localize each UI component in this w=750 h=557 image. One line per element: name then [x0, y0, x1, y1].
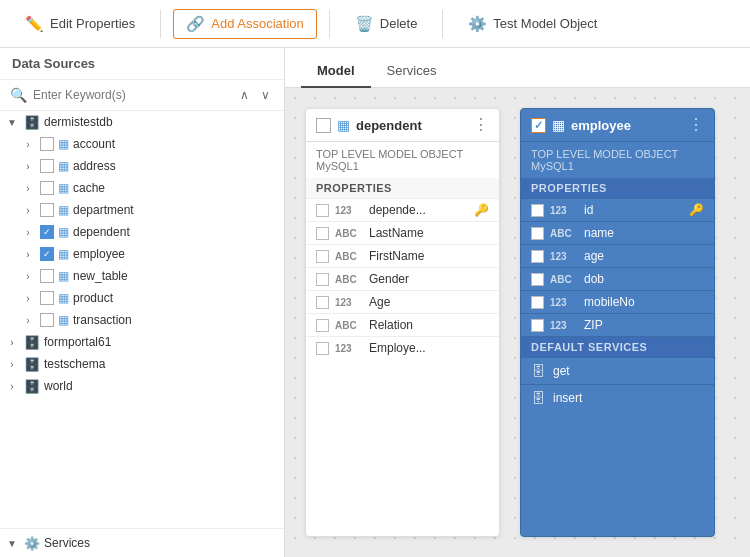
db-icon-formportal: 🗄️ [24, 335, 40, 350]
expand-address[interactable]: › [20, 158, 36, 174]
checkbox-transaction[interactable] [40, 313, 54, 327]
tree-area: ▼ 🗄️ dermistestdb › ▦ account › ▦ [0, 111, 284, 528]
employee-service-insert[interactable]: 🗄 insert [521, 384, 714, 411]
employee-meta: TOP LEVEL MODEL OBJECT MySQL1 [521, 142, 714, 178]
employee-prop-5: 123 ZIP [521, 313, 714, 336]
tree-item-department[interactable]: › ▦ department [0, 199, 284, 221]
employee-prop-3: ABC dob [521, 267, 714, 290]
expand-world[interactable]: › [4, 378, 20, 394]
tree-item-services-bottom[interactable]: ▼ ⚙️ Services [0, 528, 284, 557]
employee-prop-0: 123 id 🔑 [521, 198, 714, 221]
prop-cb-1[interactable] [316, 227, 329, 240]
checkbox-new-table[interactable] [40, 269, 54, 283]
search-input[interactable] [33, 88, 230, 102]
expand-department[interactable]: › [20, 202, 36, 218]
main-layout: Data Sources 🔍 ∧ ∨ ▼ 🗄️ dermistestdb › [0, 48, 750, 557]
tree-item-address[interactable]: › ▦ address [0, 155, 284, 177]
dependent-checkbox[interactable] [316, 118, 331, 133]
dependent-prop-4: 123 Age [306, 290, 499, 313]
employee-prop-2: 123 age [521, 244, 714, 267]
tree-item-account[interactable]: › ▦ account [0, 133, 284, 155]
table-icon-department: ▦ [58, 203, 69, 217]
table-icon-new-table: ▦ [58, 269, 69, 283]
employee-service-get[interactable]: 🗄 get [521, 357, 714, 384]
dependent-meta: TOP LEVEL MODEL OBJECT MySQL1 [306, 142, 499, 178]
search-up-button[interactable]: ∧ [236, 86, 253, 104]
employee-prop-1: ABC name [521, 221, 714, 244]
delete-button[interactable]: 🗑️ Delete [342, 9, 431, 39]
prop-cb-4[interactable] [316, 296, 329, 309]
prop-cb-2[interactable] [316, 250, 329, 263]
checkbox-dependent[interactable]: ✓ [40, 225, 54, 239]
edit-properties-button[interactable]: ✏️ Edit Properties [12, 9, 148, 39]
prop-cb-3[interactable] [316, 273, 329, 286]
emp-prop-cb-5[interactable] [531, 319, 544, 332]
checkbox-cache[interactable] [40, 181, 54, 195]
insert-service-icon: 🗄 [531, 390, 545, 406]
dependent-prop-5: ABC Relation [306, 313, 499, 336]
emp-prop-cb-1[interactable] [531, 227, 544, 240]
expand-testschema[interactable]: › [4, 356, 20, 372]
expand-cache[interactable]: › [20, 180, 36, 196]
tree-item-cache[interactable]: › ▦ cache [0, 177, 284, 199]
dependent-prop-3: ABC Gender [306, 267, 499, 290]
search-down-button[interactable]: ∨ [257, 86, 274, 104]
employee-services-title: DEFAULT SERVICES [521, 336, 714, 357]
tree-item-testschema[interactable]: › 🗄️ testschema [0, 353, 284, 375]
divider-3 [442, 10, 443, 38]
checkbox-account[interactable] [40, 137, 54, 151]
tree-item-product[interactable]: › ▦ product [0, 287, 284, 309]
tab-services[interactable]: Services [371, 55, 453, 88]
divider-2 [329, 10, 330, 38]
expand-dependent[interactable]: › [20, 224, 36, 240]
dependent-prop-0: 123 depende... 🔑 [306, 198, 499, 221]
tree-item-new-table[interactable]: › ▦ new_table [0, 265, 284, 287]
content-area: Model Services ▦ dependent ⋮ TOP LEVEL M… [285, 48, 750, 557]
checkbox-address[interactable] [40, 159, 54, 173]
tree-item-dermistestdb[interactable]: ▼ 🗄️ dermistestdb [0, 111, 284, 133]
expand-account[interactable]: › [20, 136, 36, 152]
dependent-card: ▦ dependent ⋮ TOP LEVEL MODEL OBJECT MyS… [305, 108, 500, 537]
test-model-object-button[interactable]: ⚙️ Test Model Object [455, 9, 610, 39]
dependent-more-button[interactable]: ⋮ [473, 117, 489, 133]
toolbar: ✏️ Edit Properties 🔗 Add Association 🗑️ … [0, 0, 750, 48]
emp-prop-cb-0[interactable] [531, 204, 544, 217]
employee-checkbox[interactable]: ✓ [531, 118, 546, 133]
tab-model[interactable]: Model [301, 55, 371, 88]
table-icon-employee: ▦ [58, 247, 69, 261]
sidebar-header: Data Sources [0, 48, 284, 80]
prop-cb-5[interactable] [316, 319, 329, 332]
dependent-prop-6: 123 Employe... [306, 336, 499, 359]
expand-transaction[interactable]: › [20, 312, 36, 328]
dependent-properties-title: PROPERTIES [306, 178, 499, 198]
add-association-button[interactable]: 🔗 Add Association [173, 9, 317, 39]
tree-item-employee[interactable]: › ✓ ▦ employee [0, 243, 284, 265]
expand-services[interactable]: ▼ [4, 535, 20, 551]
employee-more-button[interactable]: ⋮ [688, 117, 704, 133]
checkbox-product[interactable] [40, 291, 54, 305]
tree-item-dependent[interactable]: › ✓ ▦ dependent [0, 221, 284, 243]
checkbox-employee[interactable]: ✓ [40, 247, 54, 261]
db-icon: 🗄️ [24, 115, 40, 130]
employee-card-header: ✓ ▦ employee ⋮ [521, 109, 714, 142]
expand-dermistestdb[interactable]: ▼ [4, 114, 20, 130]
prop-cb-6[interactable] [316, 342, 329, 355]
expand-product[interactable]: › [20, 290, 36, 306]
expand-employee[interactable]: › [20, 246, 36, 262]
employee-card: ✓ ▦ employee ⋮ TOP LEVEL MODEL OBJECT My… [520, 108, 715, 537]
expand-new-table[interactable]: › [20, 268, 36, 284]
delete-icon: 🗑️ [355, 15, 374, 33]
expand-formportal61[interactable]: › [4, 334, 20, 350]
emp-prop-cb-3[interactable] [531, 273, 544, 286]
tree-item-world[interactable]: › 🗄️ world [0, 375, 284, 397]
emp-prop-cb-2[interactable] [531, 250, 544, 263]
tabs: Model Services [285, 48, 750, 88]
checkbox-department[interactable] [40, 203, 54, 217]
tree-item-transaction[interactable]: › ▦ transaction [0, 309, 284, 331]
prop-cb-0[interactable] [316, 204, 329, 217]
tree-item-formportal61[interactable]: › 🗄️ formportal61 [0, 331, 284, 353]
search-bar: 🔍 ∧ ∨ [0, 80, 284, 111]
emp-prop-cb-4[interactable] [531, 296, 544, 309]
key-icon-0: 🔑 [474, 203, 489, 217]
dependent-table-icon: ▦ [337, 117, 350, 133]
